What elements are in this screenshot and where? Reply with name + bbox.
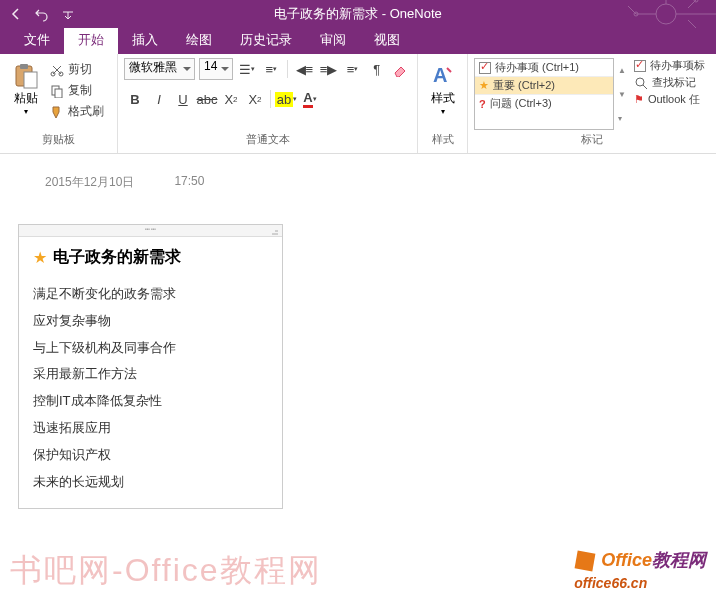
eraser-icon — [393, 61, 409, 77]
paragraph-mark-button[interactable]: ¶ — [367, 58, 387, 80]
svg-rect-12 — [575, 551, 596, 572]
superscript-button[interactable]: X2 — [244, 88, 266, 110]
undo-icon[interactable] — [34, 6, 50, 22]
note-canvas[interactable]: 2015年12月10日 17:50 ┅┅ ★ 电子政务的新需求 满足不断变化的政… — [0, 154, 716, 601]
underline-button[interactable]: U — [172, 88, 194, 110]
todo-tag-button[interactable]: 待办事项标 — [634, 58, 705, 73]
numbering-button[interactable]: ≡▾ — [261, 58, 281, 80]
highlight-button[interactable]: ab▾ — [275, 88, 297, 110]
font-size-select[interactable]: 14 — [199, 58, 233, 80]
group-clipboard: 粘贴 ▾ 剪切 复制 格式刷 剪贴板 — [0, 54, 118, 153]
tag-important[interactable]: ★重要 (Ctrl+2) — [475, 77, 613, 95]
styles-button[interactable]: A 样式 ▾ — [424, 58, 461, 130]
search-icon — [634, 76, 648, 90]
tab-review[interactable]: 审阅 — [306, 26, 360, 54]
svg-rect-9 — [55, 89, 62, 98]
chevron-down-icon — [183, 67, 191, 75]
chevron-down-icon — [221, 67, 229, 75]
tab-draw[interactable]: 绘图 — [172, 26, 226, 54]
note-line[interactable]: 控制IT成本降低复杂性 — [33, 391, 268, 412]
styles-icon: A — [429, 62, 457, 90]
format-painter-button[interactable]: 格式刷 — [48, 102, 106, 121]
group-styles: A 样式 ▾ 样式 — [418, 54, 468, 153]
tag-question[interactable]: ?问题 (Ctrl+3) — [475, 95, 613, 112]
subscript-button[interactable]: X2 — [220, 88, 242, 110]
cut-button[interactable]: 剪切 — [48, 60, 106, 79]
tab-insert[interactable]: 插入 — [118, 26, 172, 54]
paste-label: 粘贴 — [14, 90, 38, 107]
ribbon-tabs: 文件 开始 插入 绘图 历史记录 审阅 视图 — [0, 28, 716, 54]
gallery-more-icon[interactable]: ▾ — [618, 114, 626, 123]
ribbon: 粘贴 ▾ 剪切 复制 格式刷 剪贴板 微软雅黑 14 ☰▾ ≡▾ ◀≡ ≡▶ ≡… — [0, 54, 716, 154]
note-line[interactable]: 迅速拓展应用 — [33, 418, 268, 439]
resize-icon[interactable] — [270, 226, 280, 236]
brush-icon — [50, 105, 64, 119]
watermark-right: Office教程网 office66.cn — [574, 548, 706, 593]
strikethrough-button[interactable]: abc — [196, 88, 218, 110]
copy-icon — [50, 84, 64, 98]
paste-icon — [12, 62, 40, 90]
watermark: 书吧网-Office教程网 Office教程网 office66.cn — [10, 548, 706, 593]
svg-text:A: A — [433, 64, 447, 86]
copy-button[interactable]: 复制 — [48, 81, 106, 100]
decor-circuit — [576, 0, 716, 28]
group-font: 微软雅黑 14 ☰▾ ≡▾ ◀≡ ≡▶ ≡▾ ¶ B I U abc X2 X2… — [118, 54, 418, 153]
note-line[interactable]: 满足不断变化的政务需求 — [33, 284, 268, 305]
indent-button[interactable]: ≡▶ — [318, 58, 338, 80]
font-name-select[interactable]: 微软雅黑 — [124, 58, 195, 80]
bullets-button[interactable]: ☰▾ — [237, 58, 257, 80]
group-tags-label: 标记 — [474, 130, 710, 149]
tab-file[interactable]: 文件 — [10, 26, 64, 54]
office-logo-icon — [574, 550, 596, 572]
cut-icon — [50, 63, 64, 77]
checkbox-icon — [634, 60, 646, 72]
window-title: 电子政务的新需求 - OneNote — [274, 5, 442, 23]
page-datetime: 2015年12月10日 17:50 — [45, 174, 204, 191]
gallery-up-icon[interactable]: ▲ — [618, 66, 626, 75]
align-button[interactable]: ≡▾ — [343, 58, 363, 80]
tab-view[interactable]: 视图 — [360, 26, 414, 54]
star-icon: ★ — [33, 248, 47, 267]
gallery-down-icon[interactable]: ▼ — [618, 90, 626, 99]
svg-rect-5 — [24, 72, 37, 88]
back-icon[interactable] — [8, 6, 24, 22]
find-tags-button[interactable]: 查找标记 — [634, 75, 705, 90]
group-tags: 待办事项 (Ctrl+1) ★重要 (Ctrl+2) ?问题 (Ctrl+3) … — [468, 54, 716, 153]
clear-format-button[interactable] — [391, 58, 411, 80]
note-drag-handle[interactable]: ┅┅ — [19, 225, 282, 237]
note-line[interactable]: 应对复杂事物 — [33, 311, 268, 332]
note-title[interactable]: 电子政务的新需求 — [53, 247, 181, 268]
svg-rect-4 — [20, 64, 28, 69]
checkbox-icon — [479, 62, 491, 74]
titlebar: 电子政务的新需求 - OneNote — [0, 0, 716, 28]
note-line[interactable]: 保护知识产权 — [33, 445, 268, 466]
qat-customize-icon[interactable] — [60, 6, 76, 22]
note-line[interactable]: 与上下级机构及同事合作 — [33, 338, 268, 359]
quick-access-toolbar — [0, 6, 76, 22]
outdent-button[interactable]: ◀≡ — [294, 58, 314, 80]
tab-home[interactable]: 开始 — [64, 26, 118, 54]
group-font-label: 普通文本 — [124, 130, 411, 149]
watermark-left: 书吧网-Office教程网 — [10, 549, 322, 593]
paste-button[interactable]: 粘贴 ▾ — [6, 58, 46, 130]
font-color-button[interactable]: A▾ — [299, 88, 321, 110]
note-line[interactable]: 未来的长远规划 — [33, 472, 268, 493]
svg-point-11 — [636, 78, 644, 86]
tag-todo[interactable]: 待办事项 (Ctrl+1) — [475, 59, 613, 77]
svg-point-0 — [656, 4, 676, 24]
bold-button[interactable]: B — [124, 88, 146, 110]
group-clipboard-label: 剪贴板 — [6, 130, 111, 149]
page-time: 17:50 — [174, 174, 204, 191]
note-line[interactable]: 采用最新工作方法 — [33, 364, 268, 385]
tab-history[interactable]: 历史记录 — [226, 26, 306, 54]
question-icon: ? — [479, 98, 486, 110]
italic-button[interactable]: I — [148, 88, 170, 110]
note-container[interactable]: ┅┅ ★ 电子政务的新需求 满足不断变化的政务需求 应对复杂事物 与上下级机构及… — [18, 224, 283, 509]
star-icon: ★ — [479, 79, 489, 92]
group-styles-label: 样式 — [424, 130, 461, 149]
outlook-tasks-button[interactable]: ⚑Outlook 任 — [634, 92, 705, 107]
page-date: 2015年12月10日 — [45, 174, 134, 191]
flag-icon: ⚑ — [634, 93, 644, 106]
tag-gallery[interactable]: 待办事项 (Ctrl+1) ★重要 (Ctrl+2) ?问题 (Ctrl+3) — [474, 58, 614, 130]
